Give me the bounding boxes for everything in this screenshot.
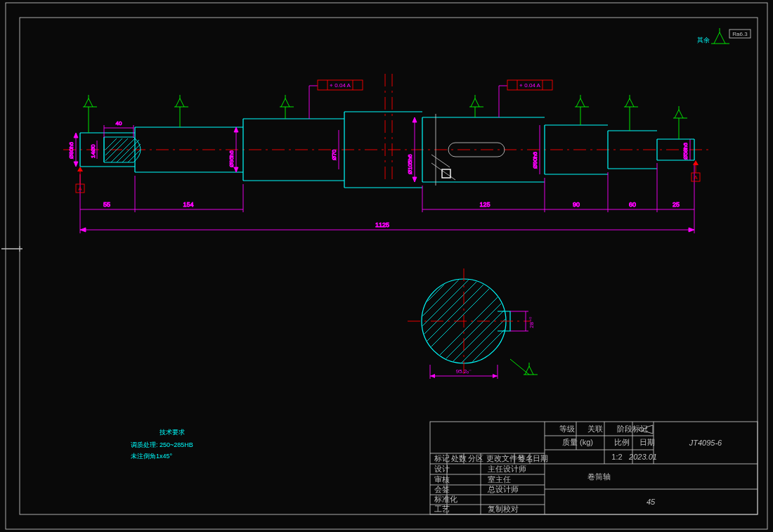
svg-line-13 bbox=[117, 140, 139, 162]
svg-line-76 bbox=[510, 359, 529, 375]
svg-text:2023.01: 2023.01 bbox=[628, 453, 657, 461]
svg-marker-59 bbox=[74, 133, 78, 138]
datum-A-R: A bbox=[691, 160, 700, 181]
svg-marker-88 bbox=[77, 167, 83, 171]
svg-line-98 bbox=[415, 272, 476, 334]
svg-text:1125: 1125 bbox=[375, 221, 389, 228]
title-block: JT4095-6 卷筒轴 45 1:2 2023.01 等级 关联 阶段标记 质… bbox=[430, 422, 758, 514]
dimensions: 1125 55 154 125 90 60 25 40 Ø80h6 14Ø0 Ø… bbox=[68, 86, 694, 233]
default-roughness: 其余 Ra6.3 bbox=[697, 28, 751, 44]
svg-line-106 bbox=[474, 331, 513, 370]
svg-text:标准化: 标准化 bbox=[434, 495, 457, 503]
svg-text:Ø80h6: Ø80h6 bbox=[68, 141, 74, 159]
svg-text:室主任: 室主任 bbox=[488, 475, 511, 484]
svg-text:复制校对: 复制校对 bbox=[488, 505, 519, 513]
svg-text:主任设计师: 主任设计师 bbox=[488, 465, 526, 473]
svg-line-12 bbox=[105, 138, 117, 150]
svg-text:审核: 审核 bbox=[434, 475, 450, 484]
technical-requirements: 技术要求 调质处理: 250~285HB 未注倒角1x45° bbox=[131, 429, 193, 460]
svg-text:关联: 关联 bbox=[587, 424, 603, 433]
svg-text:Ø58h6: Ø58h6 bbox=[682, 142, 689, 160]
svg-text:卷筒轴: 卷筒轴 bbox=[587, 472, 611, 481]
svg-marker-114 bbox=[493, 374, 498, 378]
svg-marker-92 bbox=[693, 160, 699, 165]
svg-text:其余: 其余 bbox=[697, 37, 710, 44]
svg-line-9 bbox=[105, 138, 128, 161]
svg-text:设计: 设计 bbox=[434, 465, 450, 473]
svg-text:技术要求: 技术要求 bbox=[159, 429, 185, 436]
svg-line-99 bbox=[415, 272, 467, 324]
svg-text:25: 25 bbox=[673, 201, 680, 208]
svg-text:154: 154 bbox=[183, 201, 193, 208]
svg-text:调质处理: 250~285HB: 调质处理: 250~285HB bbox=[131, 441, 193, 448]
svg-line-95 bbox=[415, 272, 506, 363]
svg-text:A: A bbox=[694, 174, 698, 181]
svg-text:A: A bbox=[78, 186, 82, 192]
shaft-elevation bbox=[63, 74, 710, 188]
svg-text:JT4095-6: JT4095-6 bbox=[689, 439, 722, 447]
svg-text:55: 55 bbox=[103, 201, 110, 208]
svg-text:等级: 等级 bbox=[559, 424, 575, 433]
sheet-outer-border bbox=[6, 3, 767, 529]
svg-text:处数: 处数 bbox=[451, 454, 467, 462]
datum-A-L: A bbox=[76, 167, 84, 193]
svg-text:45: 45 bbox=[647, 498, 656, 506]
svg-line-104 bbox=[454, 311, 513, 370]
svg-text:质量 (kg): 质量 (kg) bbox=[562, 438, 593, 446]
svg-marker-20 bbox=[80, 228, 86, 232]
svg-text:⌖ 0.04 A: ⌖ 0.04 A bbox=[519, 82, 541, 89]
surface-marks bbox=[83, 95, 687, 375]
svg-text:标记: 标记 bbox=[434, 454, 450, 462]
svg-text:比例: 比例 bbox=[614, 438, 630, 446]
svg-text:日期: 日期 bbox=[639, 438, 655, 446]
svg-text:会签: 会签 bbox=[434, 485, 450, 493]
svg-text:分区: 分区 bbox=[468, 454, 483, 462]
svg-text:未注倒角1x45°: 未注倒角1x45° bbox=[131, 453, 173, 460]
svg-text:⌖ 0.04 A: ⌖ 0.04 A bbox=[330, 82, 351, 89]
cad-viewport[interactable]: 1125 55 154 125 90 60 25 40 Ø80h6 14Ø0 Ø… bbox=[0, 0, 773, 532]
svg-text:125: 125 bbox=[479, 201, 490, 208]
svg-marker-63 bbox=[413, 117, 417, 122]
svg-line-103 bbox=[444, 301, 513, 370]
svg-marker-60 bbox=[74, 162, 78, 167]
svg-text:日期: 日期 bbox=[533, 454, 548, 462]
svg-text:90: 90 bbox=[573, 201, 580, 208]
svg-text:95.2₀⁻: 95.2₀⁻ bbox=[456, 368, 472, 375]
svg-text:Ø70: Ø70 bbox=[331, 149, 337, 160]
svg-text:签名: 签名 bbox=[518, 454, 533, 462]
svg-line-7 bbox=[431, 163, 455, 180]
svg-line-101 bbox=[424, 282, 513, 370]
svg-rect-5 bbox=[448, 143, 505, 157]
svg-text:Ø90h6: Ø90h6 bbox=[532, 151, 538, 169]
svg-marker-64 bbox=[413, 177, 417, 182]
svg-text:1:2: 1:2 bbox=[611, 453, 622, 461]
svg-text:60: 60 bbox=[629, 201, 636, 208]
svg-text:14Ø0: 14Ø0 bbox=[90, 144, 96, 158]
svg-marker-62 bbox=[234, 167, 238, 172]
svg-marker-61 bbox=[234, 127, 238, 132]
geometric-tolerance-2: ⌖ 0.04 A bbox=[507, 80, 552, 90]
svg-text:28⁺⁰: 28⁺⁰ bbox=[528, 317, 535, 328]
svg-marker-21 bbox=[689, 228, 694, 232]
svg-text:Ra6.3: Ra6.3 bbox=[732, 31, 748, 37]
svg-line-97 bbox=[415, 272, 486, 344]
svg-marker-113 bbox=[430, 374, 435, 378]
geometric-tolerance-1: ⌖ 0.04 A bbox=[318, 80, 363, 90]
svg-text:Ø95h6: Ø95h6 bbox=[228, 150, 235, 167]
svg-text:总设计师: 总设计师 bbox=[487, 485, 519, 493]
shaft-section: 95.2₀⁻ 28⁺⁰ bbox=[408, 268, 535, 379]
svg-text:工艺: 工艺 bbox=[434, 505, 450, 513]
svg-text:Ø105h6: Ø105h6 bbox=[407, 154, 413, 174]
svg-text:40: 40 bbox=[116, 120, 122, 126]
svg-line-14 bbox=[122, 144, 141, 162]
